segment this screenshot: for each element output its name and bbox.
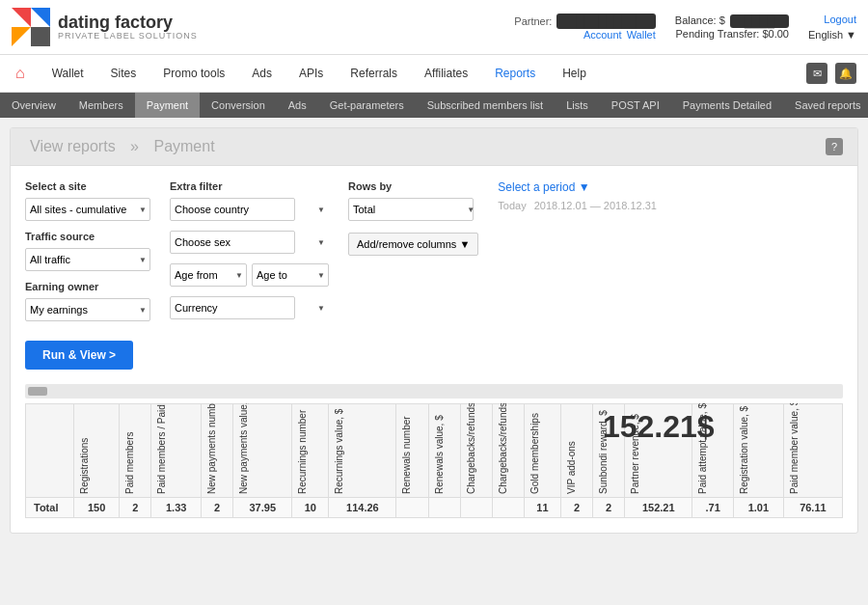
extra-filter-group: Extra filter Choose country Choose sex (170, 180, 329, 319)
earning-select-wrapper: My earnings (25, 298, 150, 321)
nav-reports[interactable]: Reports (491, 57, 539, 90)
site-select[interactable]: All sites - cumulative (25, 198, 150, 221)
subnav-overview[interactable]: Overview (0, 93, 68, 118)
svg-marker-3 (31, 27, 50, 46)
col-registrations: Registrations (74, 404, 120, 498)
subnav-lists[interactable]: Lists (555, 93, 600, 118)
cell-renewals-number (396, 498, 428, 518)
subnav-get-parameters[interactable]: Get-parameters (318, 93, 416, 118)
nav-wallet[interactable]: Wallet (48, 57, 88, 90)
subnav-conversion[interactable]: Conversion (200, 93, 277, 118)
run-view-button[interactable]: Run & View > (25, 341, 133, 370)
col-chargebacks-number: Chargebacks/refunds number (460, 404, 492, 498)
col-gold-memberships: Gold memberships (524, 404, 560, 498)
col-recurnings-number: Recurnings number (292, 404, 329, 498)
subnav-members[interactable]: Members (68, 93, 135, 118)
logo-sub: PRIVATE LABEL SOLUTIONS (58, 31, 198, 41)
balance-info: Balance: $ ████ Pending Transfer: $0.00 (675, 14, 789, 40)
cell-chargebacks-number (460, 498, 492, 518)
traffic-select[interactable]: All traffic (25, 248, 150, 271)
cell-registrations: 150 (74, 498, 120, 518)
help-button[interactable]: ? (826, 138, 843, 155)
mail-icon-btn[interactable]: ✉ (806, 63, 827, 84)
wallet-link[interactable]: Wallet (627, 29, 656, 41)
rows-by-select-wrapper: Total (348, 198, 478, 221)
cell-chargebacks-value (492, 498, 524, 518)
age-to-wrapper: Age to (252, 263, 329, 287)
traffic-select-wrapper: All traffic (25, 248, 150, 271)
subnav-ads[interactable]: Ads (277, 93, 318, 118)
filter-row: Select a site All sites - cumulative Tra… (25, 180, 843, 321)
nav-promo-tools[interactable]: Promo tools (159, 57, 229, 90)
header-right: Partner: ████████ Account Wallet Balance… (514, 14, 856, 41)
balance-value: ████ (730, 14, 789, 28)
logo-area: dating factory PRIVATE LABEL SOLUTIONS (12, 8, 198, 46)
nav-ads[interactable]: Ads (248, 57, 276, 90)
rows-by-select[interactable]: Total (348, 198, 474, 221)
age-to-select[interactable]: Age to (252, 263, 329, 287)
cell-recurnings-number: 10 (292, 498, 329, 518)
cell-paid-members-ratio: 1.33 (151, 498, 202, 518)
nav-help[interactable]: Help (558, 57, 590, 90)
subnav-post-api[interactable]: POST API (600, 93, 671, 118)
subnav-subscribed-members[interactable]: Subscribed members list (416, 93, 555, 118)
horizontal-scrollbar[interactable] (25, 384, 843, 399)
report-body: Select a site All sites - cumulative Tra… (11, 166, 857, 533)
add-remove-columns-button[interactable]: Add/remove columns ▼ (348, 233, 478, 256)
nav-affiliates[interactable]: Affiliates (420, 57, 472, 90)
pending-label: Pending Transfer: (676, 28, 760, 40)
cell-recurnings-value: 114.26 (329, 498, 396, 518)
nav-apis[interactable]: APIs (295, 57, 327, 90)
nav-sites[interactable]: Sites (107, 57, 141, 90)
language-selector[interactable]: English ▼ (808, 29, 856, 41)
cell-paid-member-value: 76.11 (783, 498, 842, 518)
col-renewals-number: Renewals number (396, 404, 428, 498)
bell-icon-btn[interactable]: 🔔 (835, 63, 856, 84)
header: dating factory PRIVATE LABEL SOLUTIONS P… (0, 0, 868, 55)
select-period-button[interactable]: Select a period ▼ (498, 180, 662, 194)
age-from-select[interactable]: Age from (170, 263, 247, 287)
col-recurnings-value: Recurnings value, $ (329, 404, 396, 498)
report-header: View reports » Payment ? (11, 128, 857, 166)
cell-new-payments-value: 37.95 (233, 498, 292, 518)
sex-select[interactable]: Choose sex (170, 231, 295, 254)
subnav-saved-reports[interactable]: Saved reports (783, 93, 868, 118)
table-header-row: Registrations Paid members Paid members … (26, 404, 843, 498)
country-select-wrapper: Choose country (170, 198, 329, 221)
cell-new-payments-number: 2 (202, 498, 233, 518)
nav-home[interactable]: ⌂ (12, 55, 29, 92)
page-content: View reports » Payment ? Select a site A… (0, 118, 868, 543)
subnav-payments-detailed[interactable]: Payments Detailed (671, 93, 783, 118)
svg-marker-2 (12, 27, 31, 46)
partner-label: Partner: (514, 15, 552, 27)
sex-select-wrapper: Choose sex (170, 231, 329, 254)
logout-link[interactable]: Logout (824, 14, 856, 25)
cell-gold-memberships: 11 (524, 498, 560, 518)
rows-by-label: Rows by (348, 180, 478, 192)
pending-transfer: Pending Transfer: $0.00 (676, 28, 789, 40)
balance-label: Balance: $ (675, 14, 725, 28)
period-date: Today 2018.12.01 — 2018.12.31 (498, 200, 662, 211)
scroll-thumb (28, 387, 47, 396)
subnav-payment[interactable]: Payment (135, 93, 200, 118)
account-link[interactable]: Account (583, 29, 622, 41)
cell-renewals-value (428, 498, 460, 518)
total-label: Total (26, 498, 74, 518)
col-new-payments-value: New payments value, $ (233, 404, 292, 498)
nav-referrals[interactable]: Referrals (346, 57, 401, 90)
period-group: Select a period ▼ Today 2018.12.01 — 201… (498, 180, 662, 211)
nav-icons: ✉ 🔔 (806, 63, 856, 84)
table-row: Total 150 2 1.33 2 37.95 10 114.26 (26, 498, 843, 518)
main-nav: ⌂ Wallet Sites Promo tools Ads APIs Refe… (0, 55, 868, 93)
data-table: Registrations Paid members Paid members … (25, 403, 843, 518)
currency-select[interactable]: Currency (170, 296, 295, 319)
col-new-payments-number: New payments number (202, 404, 233, 498)
age-row: Age from Age to (170, 263, 329, 287)
period-today: Today (498, 200, 526, 211)
breadcrumb-separator: » (130, 138, 139, 154)
col-paid-member-value: Paid member value, $ (783, 404, 842, 498)
col-partner-revenue: Partner revenue, $ 152.21$ (625, 404, 692, 498)
age-from-wrapper: Age from (170, 263, 247, 287)
country-select[interactable]: Choose country (170, 198, 295, 221)
earning-select[interactable]: My earnings (25, 298, 150, 321)
